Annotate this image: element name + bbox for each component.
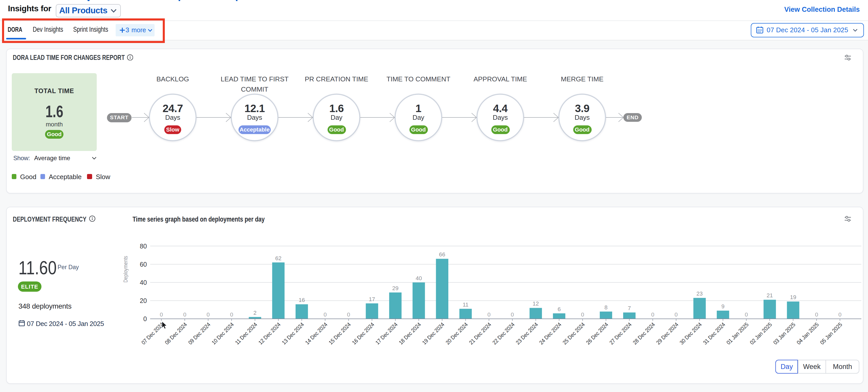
- svg-text:0: 0: [675, 311, 678, 318]
- svg-text:09 Dec 2024: 09 Dec 2024: [187, 321, 212, 346]
- svg-text:03 Jan 2025: 03 Jan 2025: [772, 321, 797, 346]
- svg-text:08 Dec 2024: 08 Dec 2024: [163, 321, 188, 346]
- svg-text:40: 40: [140, 279, 147, 286]
- svg-text:15 Dec 2024: 15 Dec 2024: [328, 321, 352, 346]
- svg-text:17 Dec 2024: 17 Dec 2024: [374, 321, 399, 346]
- svg-text:0: 0: [143, 315, 147, 323]
- svg-text:25 Dec 2024: 25 Dec 2024: [561, 321, 586, 346]
- svg-text:0: 0: [207, 311, 210, 318]
- svg-text:29 Dec 2024: 29 Dec 2024: [655, 321, 680, 346]
- svg-text:0: 0: [323, 311, 327, 318]
- svg-text:0: 0: [488, 311, 491, 318]
- svg-text:0: 0: [815, 311, 818, 318]
- svg-text:0: 0: [183, 311, 186, 318]
- svg-text:28 Dec 2024: 28 Dec 2024: [631, 321, 656, 346]
- svg-text:62: 62: [275, 255, 281, 262]
- svg-text:10 Dec 2024: 10 Dec 2024: [210, 321, 235, 346]
- svg-text:0: 0: [745, 311, 748, 318]
- svg-text:13 Dec 2024: 13 Dec 2024: [281, 321, 305, 346]
- svg-text:20 Dec 2024: 20 Dec 2024: [444, 321, 469, 346]
- svg-text:0: 0: [160, 311, 163, 318]
- svg-text:12 Dec 2024: 12 Dec 2024: [257, 321, 282, 346]
- svg-text:11: 11: [463, 301, 469, 308]
- svg-text:0: 0: [230, 311, 233, 318]
- svg-text:26 Dec 2024: 26 Dec 2024: [585, 321, 609, 346]
- svg-text:0: 0: [511, 311, 514, 318]
- svg-text:8: 8: [604, 304, 608, 311]
- svg-text:0: 0: [347, 311, 350, 318]
- svg-text:30 Dec 2024: 30 Dec 2024: [678, 321, 703, 346]
- svg-text:05 Jan 2025: 05 Jan 2025: [819, 321, 843, 346]
- svg-text:40: 40: [415, 275, 422, 281]
- svg-text:29: 29: [392, 285, 398, 292]
- svg-text:31 Dec 2024: 31 Dec 2024: [702, 321, 726, 346]
- svg-text:Deployments: Deployments: [122, 256, 129, 282]
- svg-text:07 Dec 2024: 07 Dec 2024: [140, 321, 165, 346]
- svg-text:16: 16: [299, 297, 305, 303]
- svg-text:04 Jan 2025: 04 Jan 2025: [795, 321, 820, 346]
- svg-text:66: 66: [439, 251, 445, 258]
- svg-text:2: 2: [253, 310, 256, 316]
- svg-text:22 Dec 2024: 22 Dec 2024: [491, 321, 516, 346]
- svg-text:7: 7: [628, 305, 631, 311]
- svg-text:27 Dec 2024: 27 Dec 2024: [608, 321, 633, 346]
- svg-text:01 Jan 2025: 01 Jan 2025: [725, 321, 750, 346]
- svg-text:19 Dec 2024: 19 Dec 2024: [421, 321, 445, 346]
- svg-text:18 Dec 2024: 18 Dec 2024: [398, 321, 422, 346]
- svg-text:80: 80: [140, 243, 147, 250]
- svg-text:21 Dec 2024: 21 Dec 2024: [468, 321, 492, 346]
- svg-text:14 Dec 2024: 14 Dec 2024: [304, 321, 329, 346]
- svg-text:02 Jan 2025: 02 Jan 2025: [748, 321, 773, 346]
- svg-text:20: 20: [140, 297, 147, 304]
- svg-text:0: 0: [838, 311, 841, 318]
- svg-text:17: 17: [369, 296, 375, 302]
- svg-text:16 Dec 2024: 16 Dec 2024: [351, 321, 375, 346]
- svg-text:21: 21: [767, 292, 773, 299]
- svg-text:11 Dec 2024: 11 Dec 2024: [234, 321, 258, 346]
- svg-text:23: 23: [696, 291, 703, 297]
- svg-text:12: 12: [532, 300, 539, 307]
- svg-text:0: 0: [581, 311, 584, 318]
- svg-text:60: 60: [140, 261, 147, 268]
- svg-text:19: 19: [790, 294, 796, 300]
- svg-text:24 Dec 2024: 24 Dec 2024: [538, 321, 562, 346]
- svg-text:0: 0: [651, 311, 654, 318]
- svg-text:23 Dec 2024: 23 Dec 2024: [515, 321, 539, 346]
- svg-text:6: 6: [558, 306, 561, 312]
- svg-text:9: 9: [721, 303, 724, 310]
